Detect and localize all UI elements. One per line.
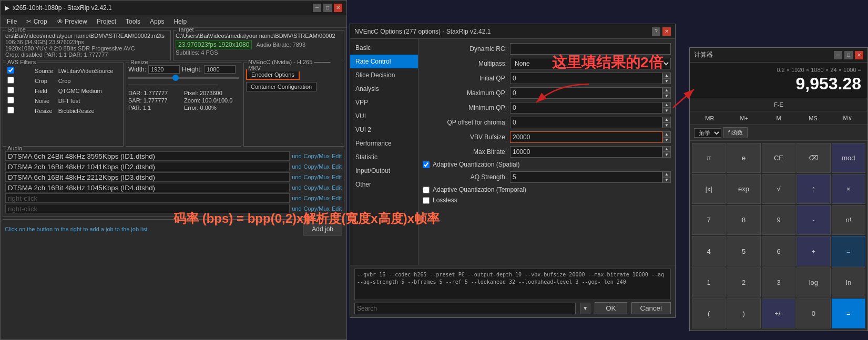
audio-track-3[interactable] bbox=[5, 183, 290, 192]
nav-other[interactable]: Other bbox=[350, 178, 418, 191]
max-qp-down[interactable]: ▼ bbox=[662, 93, 671, 99]
calc-mod-btn[interactable]: mod bbox=[832, 143, 865, 173]
audio-track-1[interactable] bbox=[5, 162, 290, 171]
close-btn[interactable]: ✕ bbox=[334, 4, 342, 12]
audio-track-2[interactable] bbox=[5, 172, 290, 182]
qp-offset-up[interactable]: ▲ bbox=[662, 117, 671, 122]
audio-und-5[interactable]: und bbox=[292, 205, 301, 212]
calc-m-btn[interactable]: M bbox=[762, 114, 795, 122]
audio-edit-3[interactable]: Edit bbox=[332, 184, 342, 191]
calc-mv-btn[interactable]: M∨ bbox=[831, 114, 864, 122]
nav-basic[interactable]: Basic bbox=[350, 41, 418, 55]
calc-8-btn[interactable]: 8 bbox=[727, 205, 760, 235]
calc-paren-close[interactable]: ) bbox=[727, 298, 760, 328]
audio-und-1[interactable]: und bbox=[292, 163, 301, 170]
maximize-btn[interactable]: □ bbox=[323, 4, 332, 12]
initial-qp-input[interactable] bbox=[510, 73, 662, 84]
initial-qp-down[interactable]: ▼ bbox=[662, 78, 671, 84]
nav-rate-control[interactable]: Rate Control bbox=[350, 55, 418, 68]
minimize-btn[interactable]: ─ bbox=[313, 4, 321, 12]
calc-close[interactable]: ✕ bbox=[855, 51, 863, 59]
calc-5-btn[interactable]: 5 bbox=[727, 236, 760, 266]
audio-edit-2[interactable]: Edit bbox=[332, 174, 342, 180]
menu-help[interactable]: Help bbox=[169, 17, 191, 26]
vbv-bufsize-down[interactable]: ▼ bbox=[662, 137, 671, 143]
menu-file[interactable]: File bbox=[3, 17, 21, 26]
calc-1-btn[interactable]: 1 bbox=[692, 267, 726, 297]
calc-add-btn[interactable]: + bbox=[796, 236, 830, 266]
calc-plusminus[interactable]: +/- bbox=[762, 298, 795, 328]
calc-2-btn[interactable]: 2 bbox=[727, 267, 760, 297]
calc-sub-btn[interactable]: - bbox=[796, 205, 830, 235]
calc-exp-btn[interactable]: exp bbox=[727, 174, 760, 204]
audio-copy-3[interactable]: Copy/Mux bbox=[304, 184, 330, 191]
calc-maximize[interactable]: □ bbox=[844, 51, 853, 59]
qp-offset-input[interactable] bbox=[510, 117, 662, 128]
aq-strength-up[interactable]: ▲ bbox=[662, 171, 671, 177]
audio-und-2[interactable]: und bbox=[292, 174, 301, 180]
audio-copy-1[interactable]: Copy/Mux bbox=[304, 163, 330, 170]
calc-abs-btn[interactable]: |x| bbox=[692, 174, 726, 204]
calc-mul-btn[interactable]: × bbox=[832, 174, 865, 204]
calc-equals-btn[interactable]: = bbox=[832, 298, 865, 328]
max-bitrate-up[interactable]: ▲ bbox=[662, 146, 671, 152]
min-qp-down[interactable]: ▼ bbox=[662, 108, 671, 114]
calc-ms-btn[interactable]: MS bbox=[796, 114, 830, 122]
audio-copy-0[interactable]: Copy/Mux bbox=[304, 153, 330, 159]
aq-strength-down[interactable]: ▼ bbox=[662, 177, 671, 183]
max-qp-input[interactable] bbox=[510, 87, 662, 99]
nvenc-help-btn[interactable]: ? bbox=[652, 27, 660, 36]
nav-vpp[interactable]: VPP bbox=[350, 96, 418, 109]
audio-edit-4[interactable]: Edit bbox=[332, 195, 342, 201]
nvenc-ok-btn[interactable]: OK bbox=[595, 302, 627, 314]
min-qp-up[interactable]: ▲ bbox=[662, 102, 671, 108]
avs-noise-check[interactable] bbox=[7, 97, 14, 104]
calc-paren-open[interactable]: ( bbox=[692, 298, 726, 328]
nav-input-output[interactable]: Input/Output bbox=[350, 164, 418, 178]
qp-offset-down[interactable]: ▼ bbox=[662, 122, 671, 128]
nvenc-search-dropdown[interactable]: ▼ bbox=[580, 303, 590, 314]
nav-performance[interactable]: Performance bbox=[350, 137, 418, 150]
calc-sqrt-btn[interactable]: √ bbox=[762, 174, 795, 204]
calc-minimize[interactable]: ─ bbox=[834, 51, 842, 59]
audio-edit-5[interactable]: Edit bbox=[332, 205, 342, 212]
calc-mplus-btn[interactable]: M+ bbox=[728, 114, 761, 122]
calc-equals-top[interactable]: = bbox=[832, 236, 865, 266]
dynamic-rc-input[interactable] bbox=[510, 43, 671, 55]
nav-slice-decision[interactable]: Slice Decision bbox=[350, 68, 418, 82]
menu-crop[interactable]: ✂ Crop bbox=[22, 17, 51, 26]
audio-track-0[interactable] bbox=[5, 151, 290, 161]
vbv-bufsize-input[interactable] bbox=[510, 131, 662, 143]
menu-tools[interactable]: Tools bbox=[121, 17, 145, 26]
calc-pi-btn[interactable]: π bbox=[692, 143, 726, 173]
container-config-btn[interactable]: Container Configuration bbox=[246, 82, 316, 91]
nav-statistic[interactable]: Statistic bbox=[350, 150, 418, 164]
nav-vui2[interactable]: VUI 2 bbox=[350, 123, 418, 137]
audio-copy-5[interactable]: Copy/Mux bbox=[304, 205, 330, 212]
audio-und-4[interactable]: und bbox=[292, 195, 301, 201]
min-qp-input[interactable] bbox=[510, 102, 662, 114]
initial-qp-up[interactable]: ▲ bbox=[662, 73, 671, 78]
calc-log-btn[interactable]: log bbox=[796, 267, 830, 297]
audio-edit-1[interactable]: Edit bbox=[332, 163, 342, 170]
menu-project[interactable]: Project bbox=[93, 17, 120, 26]
vbv-bufsize-up[interactable]: ▲ bbox=[662, 131, 671, 137]
calc-0-btn[interactable]: 0 bbox=[796, 298, 830, 328]
nav-vui[interactable]: VUI bbox=[350, 109, 418, 123]
calc-ce-btn[interactable]: CE bbox=[762, 143, 795, 173]
audio-track-4[interactable] bbox=[5, 193, 290, 203]
aq-spatial-check[interactable] bbox=[423, 161, 430, 168]
width-input[interactable] bbox=[148, 65, 180, 74]
aq-temporal-check[interactable] bbox=[423, 187, 430, 193]
calc-e-btn[interactable]: e bbox=[727, 143, 760, 173]
add-job-btn[interactable]: Add job bbox=[303, 223, 342, 235]
audio-und-0[interactable]: und bbox=[292, 153, 301, 159]
calc-6-btn[interactable]: 6 bbox=[762, 236, 795, 266]
nav-analysis[interactable]: Analysis bbox=[350, 82, 418, 96]
aq-strength-input[interactable] bbox=[510, 171, 662, 183]
calc-mode-select[interactable]: 角学 bbox=[694, 128, 721, 138]
lossless-check[interactable] bbox=[423, 197, 430, 204]
avs-source-check[interactable] bbox=[7, 67, 14, 74]
calc-4-btn[interactable]: 4 bbox=[692, 236, 726, 266]
max-bitrate-down[interactable]: ▼ bbox=[662, 152, 671, 158]
